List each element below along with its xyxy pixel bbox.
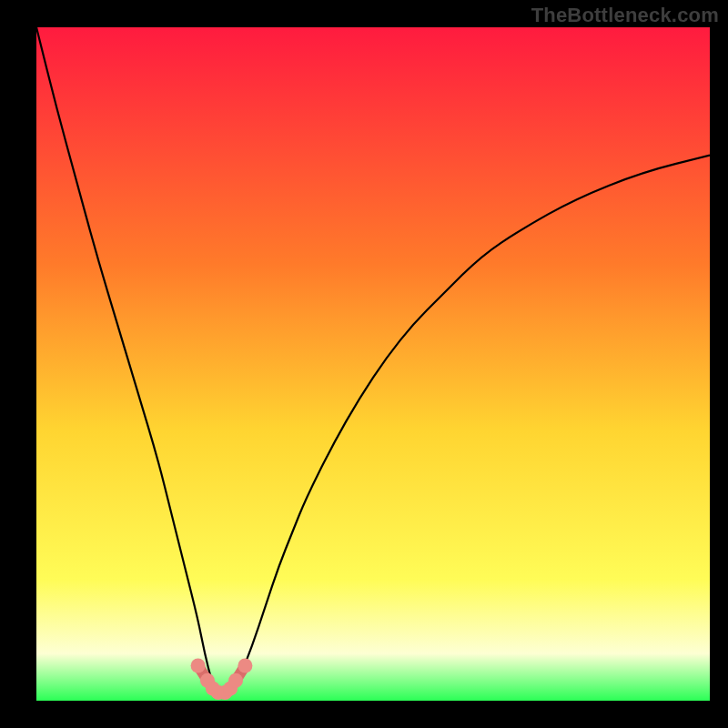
marker-dot [238,659,252,673]
plot-area [36,27,710,701]
gradient-background [36,27,710,701]
chart-svg [36,27,710,701]
marker-dot [228,673,243,688]
chart-container: TheBottleneck.com [0,0,728,728]
marker-dot [191,659,206,673]
attribution-text: TheBottleneck.com [531,4,719,27]
